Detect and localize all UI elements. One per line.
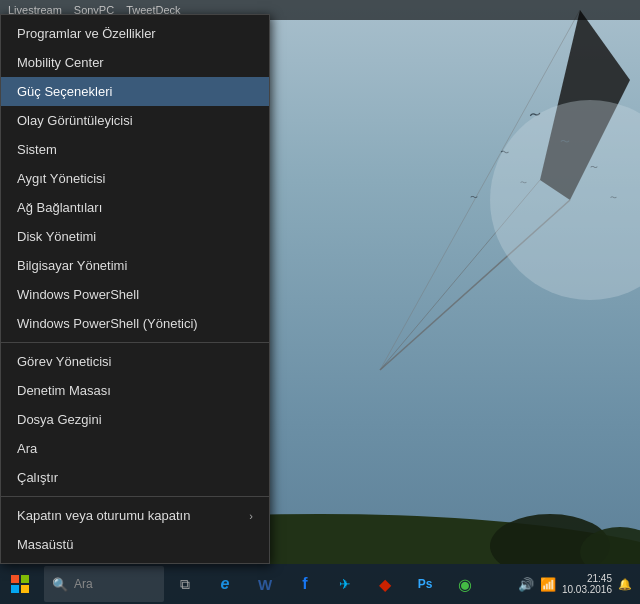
svg-point-10 [490, 100, 640, 300]
menu-item-label-device: Aygıt Yöneticisi [17, 171, 105, 186]
taskbar-icon-word[interactable]: W [246, 566, 284, 602]
menu-item-label-powershell-admin: Windows PowerShell (Yönetici) [17, 316, 198, 331]
clock-date: 10.03.2016 [562, 584, 612, 595]
svg-text:〜: 〜 [470, 193, 478, 202]
menu-item-label-control: Denetim Masası [17, 383, 111, 398]
context-menu: Programlar ve ÖzelliklerMobility CenterG… [0, 14, 270, 564]
menu-item-task-mgr[interactable]: Görev Yöneticisi [1, 347, 269, 376]
menu-item-label-programs: Programlar ve Özellikler [17, 26, 156, 41]
menu-item-programs[interactable]: Programlar ve Özellikler [1, 19, 269, 48]
taskbar: 🔍 Ara ⧉ e W f ✈ ◆ Ps [0, 564, 640, 604]
menu-item-run[interactable]: Çalıştır [1, 463, 269, 492]
facebook-icon: f [302, 575, 307, 593]
edge-icon: e [221, 575, 230, 593]
menu-arrow-shutdown: › [249, 510, 253, 522]
notification-icon[interactable]: 🔔 [618, 578, 632, 591]
menu-separator-after-run [1, 496, 269, 497]
taskview-icon: ⧉ [180, 576, 190, 593]
menu-item-label-desktop: Masaüstü [17, 537, 73, 552]
menu-item-label-power: Güç Seçenekleri [17, 84, 112, 99]
menu-item-label-task-mgr: Görev Yöneticisi [17, 354, 111, 369]
menu-item-label-explorer: Dosya Gezgini [17, 412, 102, 427]
menu-item-system[interactable]: Sistem [1, 135, 269, 164]
menu-item-label-search: Ara [17, 441, 37, 456]
green-app-icon: ◉ [458, 575, 472, 594]
red-app-icon: ◆ [379, 575, 391, 594]
network-icon[interactable]: 📶 [540, 577, 556, 592]
word-icon: W [258, 576, 272, 593]
menu-item-powershell[interactable]: Windows PowerShell [1, 280, 269, 309]
taskbar-icon-red[interactable]: ◆ [366, 566, 404, 602]
menu-item-disk[interactable]: Disk Yönetimi [1, 222, 269, 251]
taskbar-icon-photoshop[interactable]: Ps [406, 566, 444, 602]
menu-item-label-network: Ağ Bağlantıları [17, 200, 102, 215]
menu-item-label-mobility: Mobility Center [17, 55, 104, 70]
menu-item-label-event: Olay Görüntüleyicisi [17, 113, 133, 128]
taskbar-icon-facebook[interactable]: f [286, 566, 324, 602]
menu-item-device[interactable]: Aygıt Yöneticisi [1, 164, 269, 193]
svg-rect-19 [21, 585, 29, 593]
speaker-icon[interactable]: 🔊 [518, 577, 534, 592]
menu-item-explorer[interactable]: Dosya Gezgini [1, 405, 269, 434]
kite-decoration: 〜 〜 〜 〜 〜 〜 〜 [300, 0, 640, 380]
start-button[interactable] [0, 564, 40, 604]
menu-item-control[interactable]: Denetim Masası [1, 376, 269, 405]
menu-item-event[interactable]: Olay Görüntüleyicisi [1, 106, 269, 135]
svg-rect-18 [11, 585, 19, 593]
clock-time: 21:45 [587, 573, 612, 584]
menu-item-search[interactable]: Ara [1, 434, 269, 463]
menu-item-power[interactable]: Güç Seçenekleri [1, 77, 269, 106]
taskbar-right: 🔊 📶 21:45 10.03.2016 🔔 [510, 573, 640, 595]
menu-item-label-run: Çalıştır [17, 470, 58, 485]
desktop: 〜 〜 〜 〜 〜 〜 〜 Livestream SonyPC TweetDec… [0, 0, 640, 604]
taskbar-icon-search[interactable]: 🔍 Ara [44, 566, 164, 602]
taskbar-icon-taskview[interactable]: ⧉ [166, 566, 204, 602]
svg-rect-16 [11, 575, 19, 583]
taskbar-icon-green[interactable]: ◉ [446, 566, 484, 602]
search-placeholder: Ara [74, 577, 93, 591]
photoshop-icon: Ps [418, 577, 433, 591]
menu-item-label-system: Sistem [17, 142, 57, 157]
menu-separator-after-powershell-admin [1, 342, 269, 343]
menu-item-label-disk: Disk Yönetimi [17, 229, 96, 244]
menu-item-computer-mgmt[interactable]: Bilgisayar Yönetimi [1, 251, 269, 280]
menu-item-powershell-admin[interactable]: Windows PowerShell (Yönetici) [1, 309, 269, 338]
taskbar-icons: 🔍 Ara ⧉ e W f ✈ ◆ Ps [40, 566, 510, 602]
menu-item-shutdown[interactable]: Kapatın veya oturumu kapatın› [1, 501, 269, 530]
taskbar-icon-edge[interactable]: e [206, 566, 244, 602]
search-icon: 🔍 [52, 577, 68, 592]
send-icon: ✈ [339, 576, 351, 592]
menu-item-label-computer-mgmt: Bilgisayar Yönetimi [17, 258, 127, 273]
menu-item-label-powershell: Windows PowerShell [17, 287, 139, 302]
menu-item-mobility[interactable]: Mobility Center [1, 48, 269, 77]
clock[interactable]: 21:45 10.03.2016 [562, 573, 612, 595]
menu-item-desktop[interactable]: Masaüstü [1, 530, 269, 559]
menu-item-label-shutdown: Kapatın veya oturumu kapatın [17, 508, 190, 523]
menu-item-network[interactable]: Ağ Bağlantıları [1, 193, 269, 222]
svg-rect-17 [21, 575, 29, 583]
taskbar-icon-send[interactable]: ✈ [326, 566, 364, 602]
